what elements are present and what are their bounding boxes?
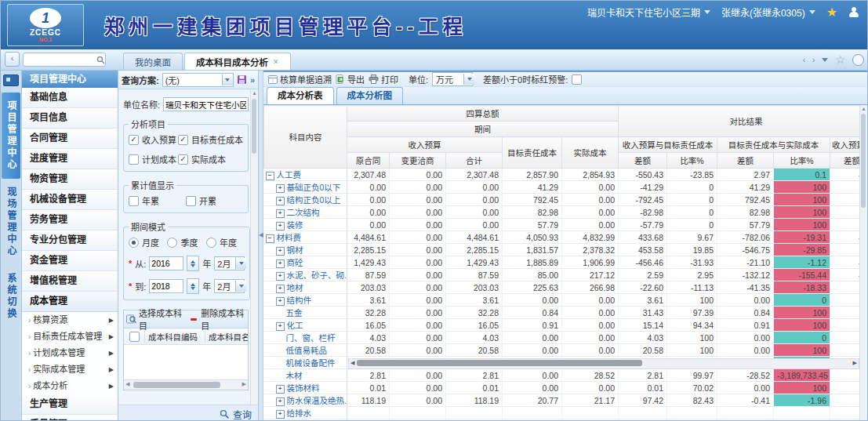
user-menu[interactable]: 张继永(张继永0305) — [721, 5, 815, 19]
sidebar-item-专业分包管理[interactable]: 专业分包管理 — [22, 230, 118, 251]
content-tab-成本分析图[interactable]: 成本分析图 — [336, 87, 404, 104]
subject-cell[interactable]: +结构件 — [264, 294, 347, 307]
collapse-icon[interactable]: − — [266, 234, 274, 243]
subject-cell[interactable]: +水泥、砂子、砌... — [264, 269, 347, 281]
analysis-option-计划成本[interactable]: 计划成本 — [129, 153, 178, 165]
analysis-option-收入预算[interactable]: ✓收入预算 — [129, 133, 178, 146]
grid-h-scrollbar[interactable]: ◀▶ — [348, 358, 859, 369]
expand-icon[interactable]: + — [276, 209, 285, 218]
rail-item-项目管理中心[interactable]: 项目管理中心 — [2, 93, 20, 179]
accumulate-option-年累[interactable]: 年累 — [129, 194, 186, 207]
subject-cell[interactable]: +基础正负0以下 — [264, 181, 347, 194]
subject-cell[interactable]: 机械设备配件 — [264, 357, 347, 369]
expand-icon[interactable]: + — [276, 397, 285, 406]
expand-icon[interactable]: + — [276, 247, 285, 256]
expand-icon[interactable]: + — [276, 184, 285, 193]
sidebar-subitem-核算资源[interactable]: ›核算资源▶ — [22, 312, 118, 328]
subject-cell[interactable]: 低值易耗品 — [264, 344, 347, 357]
subject-cell[interactable]: −材料费 — [264, 231, 347, 244]
rail-collapse-button[interactable] — [3, 74, 19, 86]
sidebar-item-增值税管理[interactable]: 增值税管理 — [22, 271, 118, 292]
query-button[interactable]: 查询 — [233, 408, 252, 421]
bookmark-icon[interactable]: ☆ — [835, 53, 845, 66]
subject-cell[interactable]: −人工费 — [264, 169, 347, 181]
scheme-select[interactable]: (无) — [162, 73, 234, 87]
unit-name-field[interactable] — [163, 97, 249, 111]
expand-icon[interactable]: + — [276, 322, 285, 331]
subject-cell[interactable]: +化工 — [264, 319, 347, 332]
warn-checkbox[interactable] — [572, 74, 582, 85]
subject-cell[interactable]: +结构正负0以上 — [264, 194, 347, 206]
sidebar-item-合同管理[interactable]: 合同管理 — [22, 129, 118, 149]
subject-cell[interactable]: +二次结构 — [264, 206, 347, 219]
radio-unselected[interactable] — [206, 238, 216, 248]
more-options-icon[interactable]: » — [250, 75, 255, 85]
grid-v-scrollbar[interactable]: ▲ — [859, 105, 867, 421]
from-year-field[interactable] — [149, 256, 183, 270]
query-v-scrollbar[interactable]: ▲ — [250, 89, 258, 405]
back-button[interactable]: ‹ — [5, 52, 20, 67]
tab-成本科目成本分析[interactable]: 成本科目成本分析✕ — [184, 53, 291, 70]
sidebar-item-劳务管理[interactable]: 劳务管理 — [22, 210, 118, 230]
favorite-star-icon[interactable]: ★ — [826, 6, 837, 19]
accumulate-option-开累[interactable]: 开累 — [186, 194, 243, 207]
expand-icon[interactable]: + — [276, 385, 285, 394]
subject-cell[interactable]: +商砼 — [264, 256, 347, 269]
expand-icon[interactable]: + — [276, 285, 285, 293]
year-stepper[interactable] — [187, 278, 199, 294]
tab-list-icon[interactable] — [822, 58, 828, 62]
sidebar-subitem-目标责任成本管理[interactable]: ›目标责任成本管理▶ — [22, 328, 118, 345]
year-stepper[interactable] — [187, 256, 199, 271]
checkbox-unchecked[interactable] — [129, 196, 139, 206]
checkbox-unchecked[interactable] — [129, 154, 139, 165]
radio-option-年度[interactable]: 年度 — [206, 236, 245, 249]
expand-icon[interactable]: + — [276, 197, 285, 205]
subject-cell[interactable]: 五金 — [264, 307, 347, 319]
subject-h-scrollbar[interactable]: ◀▶ — [124, 379, 248, 390]
radio-unselected[interactable] — [167, 238, 177, 248]
print-button[interactable]: 打印 — [369, 73, 398, 85]
sidebar-item-成本管理[interactable]: 成本管理 — [22, 292, 118, 312]
sidebar-subitem-计划成本管理[interactable]: ›计划成本管理▶ — [22, 345, 118, 361]
select-subject-icon[interactable] — [126, 314, 136, 324]
subject-cell[interactable]: 门、窗、栏杆 — [264, 332, 347, 344]
to-year-field[interactable] — [149, 279, 183, 293]
analysis-option-目标责任成本[interactable]: ✓目标责任成本 — [178, 133, 243, 146]
subject-cell[interactable]: +装饰材料 — [264, 382, 347, 394]
sidebar-item-基础信息[interactable]: 基础信息 — [22, 88, 118, 108]
sidebar-item-生产管理[interactable]: 生产管理 — [22, 394, 118, 415]
expand-icon[interactable]: + — [276, 259, 285, 268]
subject-cell[interactable]: +装修 — [264, 219, 347, 231]
delete-subject-button[interactable]: 删除成本科目 — [201, 307, 245, 332]
export-button[interactable]: 导出 — [336, 73, 365, 85]
quick-search-input[interactable] — [24, 55, 96, 64]
sidebar-item-机械设备管理[interactable]: 机械设备管理 — [22, 190, 118, 210]
tab-scroll-left-icon[interactable]: ‹ — [803, 56, 805, 64]
trace-button[interactable]: 核算单据追溯 — [268, 73, 332, 85]
tab-我的桌面[interactable]: 我的桌面 — [123, 53, 183, 70]
subject-cell[interactable]: +防水保温及绝热... — [264, 394, 347, 407]
sidebar-subitem-成本分析[interactable]: ›成本分析▶ — [22, 378, 118, 394]
sidebar-item-项目信息[interactable]: 项目信息 — [22, 108, 118, 129]
sidebar-subitem-实际成本管理[interactable]: ›实际成本管理▶ — [22, 361, 118, 378]
from-month-select[interactable]: 2月 — [214, 256, 245, 270]
collapse-icon[interactable]: − — [266, 172, 274, 180]
subject-cell[interactable]: +地材 — [264, 281, 347, 294]
project-selector[interactable]: 瑞贝卡和天下住宅小区三期 — [587, 5, 710, 19]
expand-icon[interactable]: + — [276, 222, 285, 230]
sidebar-item-物资管理[interactable]: 物资管理 — [22, 169, 118, 190]
radio-option-季度[interactable]: 季度 — [167, 236, 205, 249]
expand-icon[interactable]: + — [276, 410, 285, 419]
radio-option-月度[interactable]: 月度 — [129, 236, 167, 249]
unit-select[interactable]: 万元 — [432, 72, 473, 86]
expand-icon[interactable]: + — [276, 272, 285, 281]
expand-icon[interactable]: + — [276, 297, 285, 306]
rail-item-系统切换[interactable]: 系统切换 — [2, 265, 20, 328]
checkbox-unchecked[interactable] — [186, 196, 196, 206]
delete-minus-icon[interactable] — [191, 318, 198, 321]
subject-cell[interactable]: 木材 — [264, 369, 347, 382]
rail-item-现场管理中心[interactable]: 现场管理中心 — [2, 179, 20, 265]
refresh-icon[interactable] — [852, 54, 864, 66]
sidebar-item-质量管理[interactable]: 质量管理 — [22, 415, 118, 421]
sidebar-item-资金管理[interactable]: 资金管理 — [22, 251, 118, 271]
